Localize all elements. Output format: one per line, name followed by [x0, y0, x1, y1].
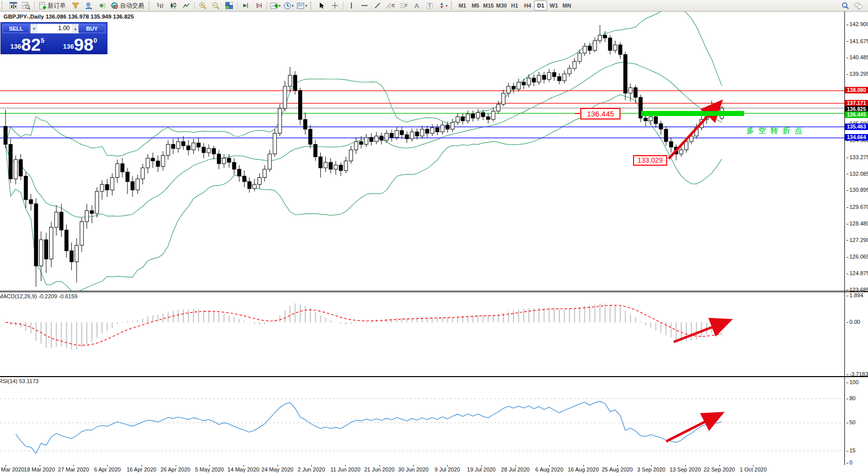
- tab-m15[interactable]: M15: [482, 1, 495, 11]
- date-label: 9 Jul 2020: [435, 466, 460, 472]
- sell-price[interactable]: 136 82 5: [2, 33, 53, 53]
- price-tick-label: 128.480: [846, 220, 868, 226]
- trendline-button[interactable]: [371, 1, 384, 11]
- date-label: 11 Jun 2020: [330, 466, 360, 472]
- expert-advisor-icon[interactable]: [82, 1, 95, 11]
- zoom-in-button[interactable]: [196, 1, 209, 11]
- buy-price-prefix: 136: [63, 43, 74, 50]
- label-button[interactable]: T: [423, 1, 436, 11]
- rsi-pane[interactable]: [0, 377, 868, 465]
- date-axis[interactable]: Mar 202018 Mar 202027 Mar 20206 Apr 2020…: [0, 465, 868, 474]
- date-label: 16 Aug 2020: [568, 466, 599, 472]
- sell-price-prefix: 136: [11, 43, 22, 50]
- new-order-button[interactable]: 新订单: [36, 1, 69, 11]
- horizontal-line-button[interactable]: [358, 1, 371, 11]
- rsi-label: RSI(14) 53.1173: [0, 378, 39, 384]
- macd-pane[interactable]: [0, 292, 868, 377]
- price-tick-label: 126.065: [846, 254, 868, 260]
- buy-price-big: 98: [74, 36, 93, 53]
- rsi-axis-label: 15: [846, 447, 855, 453]
- charts-window-icon[interactable]: [7, 1, 20, 11]
- channel-letter: E: [392, 4, 395, 8]
- tab-h4[interactable]: H4: [521, 1, 534, 11]
- cursor-button[interactable]: [315, 1, 328, 11]
- search-icon[interactable]: [839, 1, 852, 11]
- rsi-axis-label: 0: [846, 459, 852, 465]
- resistance-label-dash: [575, 113, 580, 114]
- quote-header: GBPJPY-,Daily 136.086 136.978 135.949 13…: [4, 14, 134, 20]
- sell-button[interactable]: SELL: [3, 24, 30, 33]
- fibonacci-button[interactable]: F: [397, 1, 410, 11]
- price-line-badge: 138.080: [845, 87, 868, 93]
- tab-m5[interactable]: M5: [469, 1, 482, 11]
- macd-axis-label: -3.7183: [846, 371, 868, 377]
- buy-price-sup: 0: [93, 37, 97, 44]
- tab-m1[interactable]: M1: [456, 1, 469, 11]
- template-button[interactable]: ▾: [295, 1, 309, 11]
- bar-chart-button[interactable]: [154, 1, 167, 11]
- new-order-icon: [39, 2, 46, 10]
- periods-button[interactable]: ▾: [282, 1, 295, 11]
- channel-button[interactable]: E: [384, 1, 397, 11]
- date-label: Mar 2020: [1, 466, 24, 472]
- text-letter: A: [415, 3, 419, 9]
- funnel-icon[interactable]: [69, 1, 82, 11]
- date-label: 22 Sep 2020: [703, 466, 734, 472]
- date-label: 21 Jun 2020: [364, 466, 395, 472]
- auto-trading-label: 自动交易: [120, 2, 144, 10]
- tab-mn[interactable]: MN: [560, 1, 573, 11]
- text-button[interactable]: A: [410, 1, 423, 11]
- periods-dropdown-arrow[interactable]: ▾: [292, 4, 294, 8]
- line-chart-button[interactable]: [180, 1, 193, 11]
- vertical-line-button[interactable]: [345, 1, 358, 11]
- shapes-button[interactable]: ▾: [436, 1, 449, 11]
- broadcast-icon[interactable]: [95, 1, 108, 11]
- toolbar-grip[interactable]: [2, 2, 5, 10]
- date-label: 6 Aug 2020: [535, 466, 563, 472]
- candlestick-chart-button[interactable]: [167, 1, 180, 11]
- volume-increase-button[interactable]: ▲: [72, 24, 79, 33]
- turning-point-note[interactable]: 多空转折点: [747, 126, 807, 136]
- chat-icon[interactable]: [852, 1, 865, 11]
- chart-shift-button[interactable]: [252, 1, 265, 11]
- buy-price[interactable]: 136 98 0: [55, 33, 105, 53]
- price-axis-line: [844, 12, 845, 465]
- tile-windows-button[interactable]: [222, 1, 235, 11]
- resistance-price-label[interactable]: 136.445: [580, 108, 621, 120]
- rsi-canvas[interactable]: [0, 377, 844, 465]
- tick-chart-icon[interactable]: [20, 1, 33, 11]
- price-line-badge: 136.445: [845, 111, 868, 118]
- buy-button[interactable]: BUY: [78, 24, 105, 33]
- zoom-out-button[interactable]: [209, 1, 222, 11]
- indicators-dropdown-arrow[interactable]: ▾: [279, 4, 281, 8]
- crosshair-button[interactable]: [328, 1, 341, 11]
- main-chart-pane[interactable]: [0, 12, 868, 291]
- price-chart-canvas[interactable]: [0, 12, 844, 291]
- template-dropdown-arrow[interactable]: ▾: [305, 4, 307, 8]
- support-zone-bar[interactable]: [641, 111, 744, 116]
- sell-price-sup: 5: [41, 37, 44, 44]
- tab-d1[interactable]: D1: [534, 1, 547, 11]
- swing-low-price-label[interactable]: 133.029: [633, 155, 667, 166]
- volume-decrease-button[interactable]: ▼: [31, 24, 38, 33]
- macd-canvas[interactable]: [0, 292, 844, 376]
- tab-w1[interactable]: W1: [547, 1, 560, 11]
- date-label: 30 Jun 2020: [398, 466, 429, 472]
- shapes-dropdown-arrow[interactable]: ▾: [446, 4, 448, 8]
- price-tick-label: 142.900: [846, 21, 868, 27]
- price-tick-label: 130.895: [846, 187, 868, 193]
- indicators-button[interactable]: ▾: [269, 1, 282, 11]
- fibonacci-letter: F: [405, 4, 408, 8]
- volume-field: ▼ 1.00 ▲: [30, 24, 79, 34]
- price-tick-label: 133.275: [846, 154, 868, 160]
- auto-trading-button[interactable]: 自动交易: [108, 1, 147, 11]
- tab-m30[interactable]: M30: [495, 1, 508, 11]
- date-label: 6 Apr 2020: [94, 466, 120, 472]
- price-tick-label: 127.290: [846, 237, 868, 243]
- auto-scroll-button[interactable]: [239, 1, 252, 11]
- date-label: 5 May 2020: [195, 466, 223, 472]
- price-tick-label: 129.670: [846, 204, 868, 210]
- volume-input[interactable]: 1.00: [38, 24, 72, 33]
- price-line-badge: 135.463: [845, 124, 868, 130]
- tab-h1[interactable]: H1: [508, 1, 521, 11]
